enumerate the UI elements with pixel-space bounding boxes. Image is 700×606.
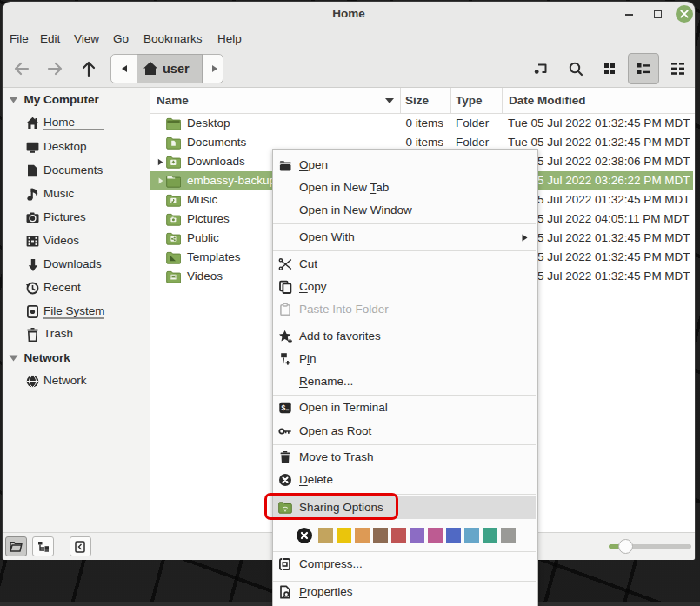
svg-text:$: $	[281, 403, 285, 412]
